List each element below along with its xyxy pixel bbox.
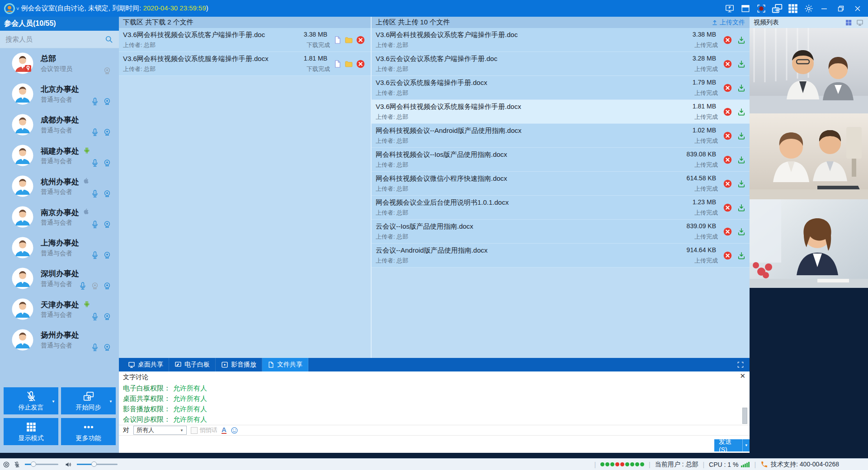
- file-row[interactable]: V3.6云会议会议系统客户端操作手册.doc 上传者: 总部 3.28 MB 上…: [372, 52, 750, 76]
- recipient-select[interactable]: 所有人 ▼: [133, 426, 187, 435]
- mic-icon[interactable]: [90, 312, 99, 322]
- participant-row[interactable]: 扬州办事处 普通与会者: [0, 325, 119, 356]
- file-row[interactable]: V3.6网会科技视频会议系统客户端操作手册.doc 上传者: 总部 3.38 M…: [119, 28, 371, 52]
- webcam-icon[interactable]: [103, 343, 112, 352]
- webcam-icon[interactable]: [103, 281, 112, 291]
- participant-row[interactable]: 深圳办事处 普通与会者: [0, 263, 119, 294]
- video-thumbnail-3[interactable]: [750, 199, 868, 288]
- video-thumbnail-2[interactable]: [750, 113, 868, 199]
- open-file-icon[interactable]: [333, 59, 342, 69]
- tab-2[interactable]: 电子白板: [169, 358, 216, 371]
- mic-icon[interactable]: [90, 250, 99, 260]
- participant-row[interactable]: 天津办事处 普通与会者: [0, 294, 119, 325]
- record-icon[interactable]: [755, 3, 767, 14]
- screen-share-icon[interactable]: [724, 3, 736, 14]
- participant-row[interactable]: 北京办事处 普通与会者: [0, 79, 119, 110]
- download-icon[interactable]: [737, 60, 746, 69]
- webcam-icon[interactable]: [103, 97, 112, 107]
- delete-icon[interactable]: [723, 203, 732, 212]
- participant-row[interactable]: 福建办事处 普通与会者: [0, 141, 119, 171]
- delete-icon[interactable]: [723, 227, 732, 236]
- download-icon[interactable]: [737, 227, 746, 236]
- delete-icon[interactable]: [723, 59, 732, 69]
- file-row[interactable]: 云会议--Ios版产品使用指南.docx 上传者: 总部 839.09 KB 上…: [372, 220, 750, 244]
- file-row[interactable]: V3.6网会科技视频会议系统服务端操作手册.docx 上传者: 总部 1.81 …: [372, 100, 750, 124]
- download-icon[interactable]: [737, 155, 746, 164]
- speaker-icon[interactable]: [65, 461, 72, 468]
- file-row[interactable]: V3.6网会科技视频会议系统服务端操作手册.docx 上传者: 总部 1.81 …: [119, 52, 371, 76]
- webcam-icon[interactable]: [103, 312, 112, 322]
- close-button[interactable]: [851, 2, 864, 15]
- settings-icon[interactable]: [803, 3, 815, 14]
- delete-icon[interactable]: [723, 131, 732, 141]
- send-dropdown-icon[interactable]: ▼: [742, 439, 750, 451]
- delete-icon[interactable]: [723, 251, 732, 260]
- participant-search-input[interactable]: 搜索人员: [0, 31, 119, 48]
- mic-icon[interactable]: [90, 220, 99, 230]
- speaker-volume-slider[interactable]: [77, 464, 118, 465]
- download-icon[interactable]: [737, 108, 746, 117]
- video-thumbnail-1[interactable]: [750, 28, 868, 113]
- participant-row[interactable]: 成都办事处 普通与会者: [0, 110, 119, 141]
- send-button[interactable]: 发送(S) ▼: [714, 439, 750, 451]
- delete-icon[interactable]: [723, 179, 732, 188]
- file-row[interactable]: 网会科技视频会议--Android版产品使用指南.docx 上传者: 总部 1.…: [372, 124, 750, 148]
- file-row[interactable]: 网会科技视频会议--Ios版产品使用指南.docx 上传者: 总部 839.08…: [372, 148, 750, 172]
- open-folder-icon[interactable]: [344, 36, 354, 44]
- download-icon[interactable]: [737, 132, 746, 141]
- delete-icon[interactable]: [723, 35, 732, 45]
- mic-volume-slider[interactable]: [25, 464, 58, 465]
- file-row[interactable]: 云会议--Android版产品使用指南.docx 上传者: 总部 914.64 …: [372, 244, 750, 268]
- mic-icon[interactable]: [90, 189, 99, 199]
- mic-icon[interactable]: [90, 127, 99, 137]
- delete-icon[interactable]: [723, 155, 732, 164]
- tab-4[interactable]: 文件共享: [262, 358, 308, 371]
- search-icon[interactable]: [104, 35, 113, 44]
- layout-blue-icon[interactable]: [845, 19, 852, 26]
- download-icon[interactable]: [737, 84, 746, 93]
- mic-icon[interactable]: [90, 343, 99, 352]
- file-row[interactable]: V3.6云会议系统服务端操作手册.docx 上传者: 总部 1.79 MB 上传…: [372, 76, 750, 100]
- webcam-icon[interactable]: [103, 158, 112, 168]
- mic-icon[interactable]: [90, 97, 99, 107]
- delete-icon[interactable]: [356, 59, 365, 69]
- sidebar-button-4[interactable]: 更多功能: [61, 418, 116, 445]
- mic-icon[interactable]: [90, 158, 99, 168]
- sync-screens-icon[interactable]: [771, 3, 783, 14]
- download-icon[interactable]: [737, 36, 746, 45]
- file-row[interactable]: 网会科技视频会议微信小程序快速指南.docx 上传者: 总部 614.58 KB…: [372, 172, 750, 196]
- sidebar-button-2[interactable]: 开始同步▼: [61, 387, 116, 414]
- webcam-off-icon[interactable]: [103, 66, 112, 76]
- participant-row[interactable]: 杭州办事处 普通与会者: [0, 171, 119, 202]
- whisper-checkbox[interactable]: [191, 427, 198, 434]
- sidebar-button-1[interactable]: 停止发言▼: [4, 387, 58, 414]
- file-row[interactable]: 网会视频会议企业后台使用说明书1.0.1.docx 上传者: 总部 1.23 M…: [372, 196, 750, 220]
- window-mode-icon[interactable]: [740, 3, 751, 14]
- layout-grid-icon[interactable]: [787, 3, 799, 14]
- emoji-icon[interactable]: [231, 427, 238, 434]
- delete-icon[interactable]: [723, 83, 732, 93]
- sidebar-button-3[interactable]: 显示模式: [4, 418, 58, 445]
- download-icon[interactable]: [737, 179, 746, 188]
- webcam-icon[interactable]: [103, 189, 112, 199]
- mic-muted-icon[interactable]: [14, 461, 20, 468]
- tab-1[interactable]: 桌面共享: [123, 358, 169, 371]
- webcam-icon[interactable]: [103, 250, 112, 260]
- webcam-icon[interactable]: [103, 127, 112, 137]
- audio-device-icon[interactable]: [3, 461, 10, 468]
- open-folder-icon[interactable]: [344, 60, 354, 68]
- expand-icon[interactable]: [737, 361, 744, 368]
- monitor-grey-icon[interactable]: [856, 19, 864, 26]
- font-color-icon[interactable]: A: [222, 427, 226, 434]
- chat-input-area[interactable]: [119, 436, 750, 453]
- chevron-down-icon[interactable]: ▼: [109, 400, 113, 404]
- chevron-down-icon[interactable]: ▼: [52, 400, 55, 404]
- webcam-icon[interactable]: [103, 220, 112, 230]
- participant-row[interactable]: 南京办事处 普通与会者: [0, 202, 119, 233]
- delete-icon[interactable]: [723, 107, 732, 117]
- title-chevron-icon[interactable]: ˅: [16, 6, 19, 11]
- download-icon[interactable]: [737, 203, 746, 212]
- mic-icon[interactable]: [78, 281, 87, 291]
- participant-row[interactable]: 总部 会议管理员: [0, 48, 119, 79]
- download-icon[interactable]: [737, 251, 746, 260]
